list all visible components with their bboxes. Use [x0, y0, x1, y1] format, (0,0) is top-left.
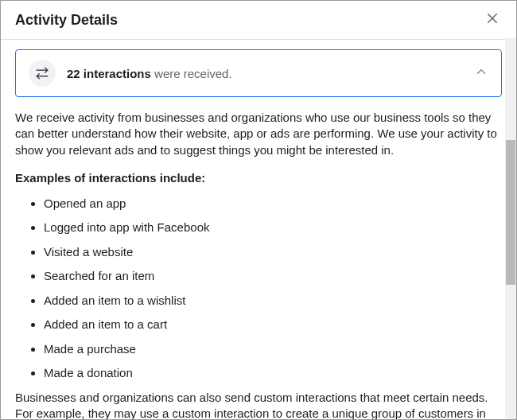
interactions-summary-card[interactable]: 22 interactions were received. — [15, 49, 502, 97]
interactions-icon — [29, 60, 56, 87]
list-item: Added an item to a wishlist — [44, 293, 502, 309]
list-item: Visited a website — [44, 244, 502, 260]
list-item: Searched for an item — [44, 268, 502, 284]
scrollbar-thumb[interactable] — [506, 140, 515, 285]
list-item: Made a purchase — [44, 341, 502, 357]
footer-paragraph: Businesses and organizations can also se… — [15, 390, 502, 419]
examples-heading: Examples of interactions include: — [15, 171, 502, 185]
interactions-count: 22 interactions — [67, 67, 151, 80]
interactions-suffix: were received. — [151, 67, 232, 80]
interactions-summary-text: 22 interactions were received. — [67, 67, 463, 80]
list-item: Added an item to a cart — [44, 317, 502, 332]
chevron-up-icon — [474, 64, 488, 82]
scroll-area: 22 interactions were received. We receiv… — [1, 38, 516, 419]
list-item: Made a donation — [44, 365, 502, 381]
dialog-header: Activity Details — [1, 1, 516, 40]
dialog-body: 22 interactions were received. We receiv… — [1, 38, 516, 419]
dialog-title: Activity Details — [15, 12, 118, 29]
list-item: Logged into app with Facebook — [44, 220, 502, 235]
intro-paragraph: We receive activity from businesses and … — [15, 110, 502, 158]
close-icon — [485, 11, 500, 29]
scrollbar-track[interactable] — [505, 38, 516, 419]
examples-list: Opened an app Logged into app with Faceb… — [15, 196, 502, 381]
close-button[interactable] — [483, 10, 502, 29]
collapse-toggle[interactable] — [474, 64, 488, 82]
list-item: Opened an app — [44, 196, 502, 212]
